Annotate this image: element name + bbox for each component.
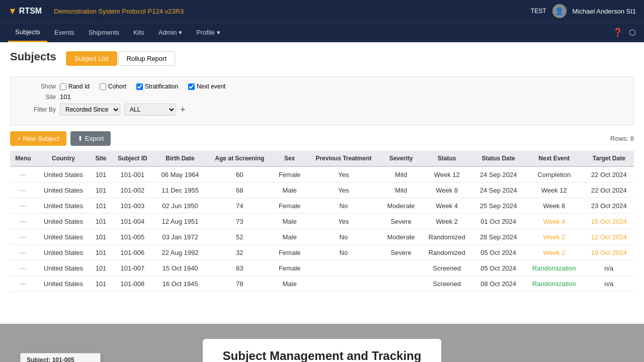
status-date-cell: 28 Sep 2024 [472, 229, 524, 245]
title-bar: Subjects Subject List Rollup Report [10, 50, 634, 69]
new-subject-button[interactable]: + New Subject [10, 131, 66, 146]
nav-right-icons: ❓ ⬡ [613, 28, 636, 37]
target-date-cell: 23 Oct 2024 [584, 198, 634, 214]
protocol-title: Demonstration System Protocol P124 v23R3 [54, 8, 531, 15]
tab-subject-list[interactable]: Subject List [66, 51, 117, 66]
menu-cell[interactable]: ··· [10, 229, 36, 245]
prev-treatment-cell: Yes [306, 214, 381, 229]
site-value: 101 [60, 93, 71, 101]
col-subject-id: Subject ID [111, 151, 154, 166]
status-date-cell: 08 Oct 2024 [472, 276, 524, 292]
cohort-checkbox[interactable] [100, 83, 106, 90]
next-event-cell: Week 2 [524, 229, 584, 245]
target-date-cell: 22 Oct 2024 [584, 183, 634, 198]
export-button[interactable]: ⬆ Export [70, 131, 111, 146]
next-event-cell: Week 8 [524, 198, 584, 214]
table-body: ··· United States 101 101-001 06 May 196… [10, 166, 634, 292]
next-event-cell: Week 4 [524, 214, 584, 229]
nav-kits[interactable]: Kits [126, 24, 151, 41]
country-cell: United States [36, 214, 91, 229]
subject-id-cell: 101-002 [111, 183, 154, 198]
site-cell: 101 [91, 214, 111, 229]
stratification-checkbox-group[interactable]: Stratification [136, 83, 178, 90]
next-event-checkbox-group[interactable]: Next event [188, 83, 225, 90]
age-cell: 32 [206, 245, 273, 260]
next-event-cell: Randomization [524, 260, 584, 276]
target-date-cell: n/a [584, 260, 634, 276]
menu-cell[interactable]: ··· [10, 276, 36, 292]
severity-cell: Severe [381, 245, 421, 260]
menu-cell[interactable]: ··· [10, 198, 36, 214]
status-date-cell: 25 Sep 2024 [472, 198, 524, 214]
table-row: ··· United States 101 101-006 22 Aug 199… [10, 245, 634, 260]
next-event-checkbox[interactable] [188, 83, 195, 90]
table-container: Menu Country Site Subject ID Birth Date … [10, 151, 634, 292]
table-row: ··· United States 101 101-005 03 Jan 197… [10, 229, 634, 245]
age-cell: 74 [206, 198, 273, 214]
stratification-label: Stratification [145, 83, 178, 90]
actions-left: + New Subject ⬆ Export [10, 131, 111, 146]
nav-events[interactable]: Events [47, 24, 82, 41]
site-cell: 101 [91, 260, 111, 276]
nav-profile[interactable]: Profile ▾ [189, 24, 227, 41]
site-cell: 101 [91, 276, 111, 292]
prev-treatment-cell: Yes [306, 183, 381, 198]
table-row: ··· United States 101 101-003 02 Jun 195… [10, 198, 634, 214]
nav-shipments[interactable]: Shipments [82, 24, 126, 41]
tab-buttons: Subject List Rollup Report [66, 51, 175, 66]
logo: ▼ RTSM [8, 6, 42, 17]
menu-cell[interactable]: ··· [10, 245, 36, 260]
target-date-cell: n/a [584, 276, 634, 292]
subject-id-cell: 101-004 [111, 214, 154, 229]
age-cell: 60 [206, 166, 273, 183]
menu-cell[interactable]: ··· [10, 166, 36, 183]
subject-id-cell: 101-003 [111, 198, 154, 214]
filter-by-dropdown2[interactable]: ALL Last 7 days Last 30 days [124, 104, 176, 116]
country-cell: United States [36, 166, 91, 183]
table-row: ··· United States 101 101-004 12 Aug 195… [10, 214, 634, 229]
age-cell: 73 [206, 214, 273, 229]
footer-title: Subject Management and Tracking [223, 349, 422, 362]
tab-rollup-report[interactable]: Rollup Report [118, 51, 176, 66]
sex-cell: Female [273, 198, 306, 214]
nav-subjects[interactable]: Subjects [8, 23, 47, 42]
menu-cell[interactable]: ··· [10, 260, 36, 276]
help-icon[interactable]: ❓ [613, 28, 623, 37]
menu-cell[interactable]: ··· [10, 183, 36, 198]
status-date-cell: 01 Oct 2024 [472, 214, 524, 229]
col-next-event: Next Event [524, 151, 584, 166]
severity-cell: Moderate [381, 229, 421, 245]
show-label: Show [21, 83, 56, 90]
status-cell: Week 4 [421, 198, 472, 214]
site-cell: 101 [91, 198, 111, 214]
rand-id-checkbox-group[interactable]: Rand Id [60, 83, 90, 90]
subject-id-cell: 101-005 [111, 229, 154, 245]
external-link-icon[interactable]: ⬡ [629, 28, 636, 37]
subject-id-cell: 101-008 [111, 276, 154, 292]
menu-cell[interactable]: ··· [10, 214, 36, 229]
cohort-checkbox-group[interactable]: Cohort [100, 83, 126, 90]
age-cell: 68 [206, 183, 273, 198]
rand-id-checkbox[interactable] [60, 83, 66, 90]
table-row: ··· United States 101 101-008 16 Oct 194… [10, 276, 634, 292]
sex-cell: Female [273, 260, 306, 276]
next-event-cell: Randomization [524, 276, 584, 292]
age-cell: 83 [206, 260, 273, 276]
status-date-cell: 24 Sep 2024 [472, 183, 524, 198]
next-event-cell: Week 12 [524, 183, 584, 198]
col-status-date: Status Date [472, 151, 524, 166]
nav-admin[interactable]: Admin ▾ [151, 24, 189, 41]
rows-count: Rows: 8 [610, 135, 634, 142]
table-header: Menu Country Site Subject ID Birth Date … [10, 151, 634, 166]
target-date-cell: 19 Oct 2024 [584, 245, 634, 260]
stratification-checkbox[interactable] [136, 83, 143, 90]
add-filter-button[interactable]: + [180, 105, 186, 114]
severity-cell [381, 260, 421, 276]
prev-treatment-cell: Yes [306, 166, 381, 183]
footer-card: Subject Management and Tracking [203, 339, 442, 362]
page-title: Subjects [10, 50, 56, 63]
status-date-cell: 05 Oct 2024 [472, 260, 524, 276]
next-event-label: Next event [197, 83, 225, 90]
filter-by-dropdown1[interactable]: Recorded Since Created Date Status Date [60, 104, 120, 116]
sex-cell: Male [273, 229, 306, 245]
